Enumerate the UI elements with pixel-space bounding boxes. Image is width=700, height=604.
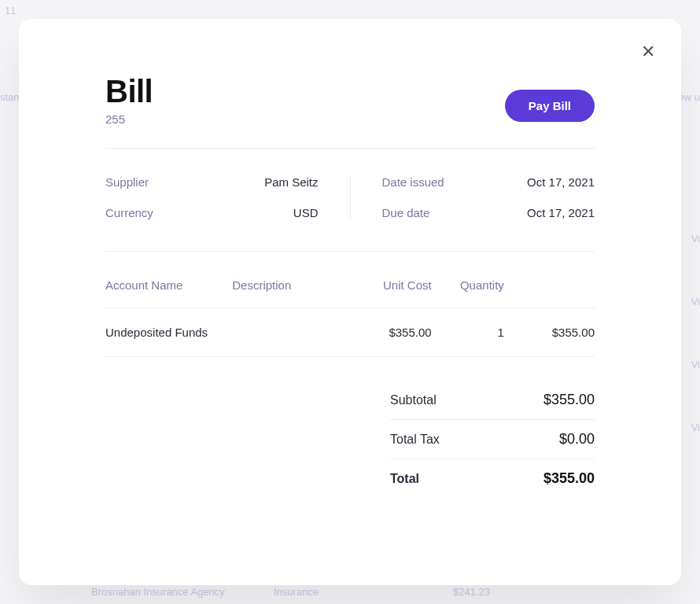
bg-text: Vi — [691, 233, 700, 245]
bg-text: Brosnahan Insurance Agency — [91, 586, 225, 598]
pay-bill-button[interactable]: Pay Bill — [505, 90, 595, 122]
subtotal-value: $355.00 — [543, 392, 595, 408]
close-icon: ✕ — [641, 42, 655, 62]
col-header-unit-cost: Unit Cost — [341, 278, 431, 292]
col-header-total — [504, 278, 595, 292]
bg-text: Vi — [691, 422, 700, 433]
page-title: Bill — [105, 74, 153, 109]
col-header-description: Description — [232, 278, 341, 292]
grand-total-label: Total — [390, 472, 419, 486]
supplier-label: Supplier — [105, 175, 149, 189]
bg-text: 11 — [5, 5, 16, 17]
supplier-value: Pam Seitz — [264, 175, 318, 189]
bg-text: Vi — [691, 359, 700, 370]
cell-line-total: $355.00 — [504, 326, 595, 339]
bg-text: Insurance — [274, 586, 319, 598]
col-header-account: Account Name — [105, 278, 232, 292]
bg-text: Vi — [691, 296, 700, 308]
grand-total-value: $355.00 — [543, 470, 595, 487]
bg-text: stan — [0, 91, 20, 103]
due-date-value: Oct 17, 2021 — [527, 206, 595, 219]
bg-text: $241.23 — [453, 586, 490, 598]
table-row: Undeposited Funds $355.00 1 $355.00 — [105, 308, 595, 357]
date-issued-value: Oct 17, 2021 — [527, 175, 595, 189]
close-button[interactable]: ✕ — [637, 41, 659, 63]
bg-text: ew u — [679, 91, 700, 103]
cell-unit-cost: $355.00 — [341, 326, 431, 339]
currency-label: Currency — [105, 206, 153, 219]
bill-meta: Supplier Pam Seitz Currency USD Date iss… — [105, 149, 595, 252]
total-tax-value: $0.00 — [559, 431, 595, 447]
totals-block: Subtotal $355.00 Total Tax $0.00 Total $… — [390, 381, 595, 498]
cell-account: Undeposited Funds — [105, 326, 232, 339]
due-date-label: Due date — [382, 206, 430, 219]
cell-description — [232, 326, 341, 339]
cell-quantity: 1 — [432, 326, 504, 339]
col-header-quantity: Quantity — [432, 278, 504, 292]
bill-id: 255 — [105, 112, 153, 126]
currency-value: USD — [293, 206, 319, 219]
modal-header: Bill 255 Pay Bill — [105, 74, 595, 149]
line-items-table: Account Name Description Unit Cost Quant… — [105, 278, 595, 357]
subtotal-label: Subtotal — [390, 393, 437, 407]
date-issued-label: Date issued — [382, 175, 444, 189]
bill-modal: ✕ Bill 255 Pay Bill Supplier Pam Seitz C… — [19, 19, 681, 585]
total-tax-label: Total Tax — [390, 433, 440, 447]
